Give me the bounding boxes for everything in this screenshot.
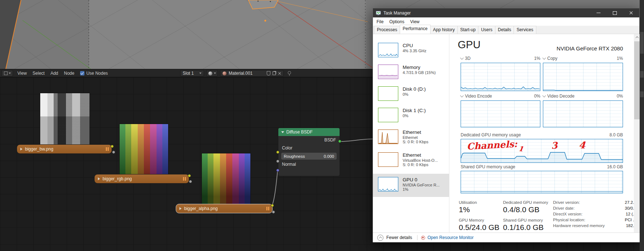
window-title: Task Manager <box>383 11 411 16</box>
menu-view[interactable]: View <box>407 19 423 24</box>
alpha-alpha-output-socket[interactable] <box>272 210 275 214</box>
tab-performance[interactable]: Performance <box>400 25 431 34</box>
use-nodes-checkbox[interactable] <box>80 71 84 75</box>
fewer-details-button[interactable]: Fewer details <box>386 235 412 240</box>
normal-input-row: Normal <box>278 160 340 168</box>
menu-view[interactable]: View <box>14 71 30 76</box>
node-label: bigger_bw.png <box>25 147 53 152</box>
scroll-up-button[interactable] <box>634 34 640 40</box>
duplicate-icon[interactable] <box>273 71 276 75</box>
tab-app-history[interactable]: App history <box>430 26 458 34</box>
shared-gpu-memory-value: 0.1/16.0 GB <box>503 223 544 231</box>
bsdf-output-socket[interactable] <box>338 140 341 143</box>
slot-label: Slot 1 <box>183 71 194 76</box>
use-nodes-label: Use Nodes <box>86 71 108 76</box>
panel-tab-block[interactable] <box>640 71 644 78</box>
tab-processes[interactable]: Processes <box>374 26 400 34</box>
rgb-color-output-socket[interactable] <box>188 174 191 177</box>
unlink-x-icon[interactable] <box>278 72 281 75</box>
node-bigger-bw[interactable]: bigger_bw.png <box>17 144 112 154</box>
pin-icon[interactable] <box>288 71 291 74</box>
dedicated-memory-max: 8.0 GB <box>587 132 623 137</box>
collapse-arrow-icon[interactable] <box>98 177 100 180</box>
bsdf-normal-input-socket[interactable] <box>276 169 279 172</box>
editor-type-dropdown[interactable] <box>1 70 13 77</box>
chart-label-video-encode[interactable]: Video Encode <box>461 94 492 99</box>
item-detail2: S: 0 R: 0 Kbps <box>403 140 428 144</box>
task-manager-app-icon <box>376 11 381 16</box>
fake-user-shield-icon[interactable] <box>267 71 270 75</box>
item-detail: 0% <box>403 114 426 118</box>
bw-color-output-socket[interactable] <box>111 145 114 148</box>
scrollbar-thumb[interactable] <box>634 41 640 119</box>
gpu-mini-chart <box>378 177 398 192</box>
menu-node[interactable]: Node <box>61 71 78 76</box>
collapse-arrow-icon[interactable] <box>20 148 22 151</box>
menu-options[interactable]: Options <box>386 19 407 24</box>
physical-location-row: Physical location:PCI ... <box>553 218 634 222</box>
menu-file[interactable]: File <box>374 19 386 24</box>
dedicated-gpu-memory-label: Dedicated GPU memory <box>503 200 548 205</box>
image-icon <box>106 147 109 151</box>
title-bar[interactable]: Task Manager <box>373 8 639 17</box>
collapse-arrow-icon[interactable] <box>179 207 182 210</box>
bsdf-output-label: BSDF <box>324 137 336 143</box>
minimize-button[interactable] <box>590 8 607 17</box>
maximize-button[interactable] <box>607 8 623 17</box>
sidebar-item-ethernet1[interactable]: Ethernet Ethernet S: 0 R: 0 Kbps <box>373 129 449 144</box>
menu-select[interactable]: Select <box>30 71 47 76</box>
roughness-slider[interactable]: Roughness 0.000 <box>281 153 337 160</box>
sidebar-item-gpu0[interactable]: GPU 0 NVIDIA GeForce R... 1% <box>373 177 449 192</box>
panel-tab-block[interactable] <box>640 91 644 97</box>
material-name-field[interactable]: Material.001 <box>220 70 284 77</box>
sidebar-item-disk0[interactable]: Disk 0 (D:) 0% <box>373 86 449 101</box>
chart-label-3d[interactable]: 3D <box>461 56 470 61</box>
material-slot-select[interactable]: Slot 1 <box>180 70 204 77</box>
ethernet1-mini-chart <box>378 129 398 144</box>
vertical-scrollbar[interactable] <box>634 34 640 233</box>
item-detail: Ethernet <box>403 135 428 140</box>
performance-panel: CPU 4% 3.35 GHz Memory 4.7/31.9 GB (15%)… <box>373 34 634 233</box>
bsdf-output-row: BSDF <box>278 136 340 144</box>
panel-tab-block[interactable] <box>640 32 644 54</box>
item-detail: VirtualBox Host-O... <box>403 158 438 163</box>
item-title: Memory <box>403 65 436 70</box>
chart-label-copy[interactable]: Copy <box>543 56 557 61</box>
chart-label-video-decode[interactable]: Video Decode <box>543 94 574 99</box>
browse-material-button[interactable] <box>206 70 218 77</box>
tab-users[interactable]: Users <box>478 26 495 34</box>
dedicated-memory-label: Dedicated GPU memory usage <box>461 132 521 137</box>
roughness-value: 0.000 <box>324 154 334 159</box>
mesh-object <box>248 0 278 9</box>
shared-gpu-memory-label: Shared GPU memory <box>503 218 543 222</box>
menu-add[interactable]: Add <box>47 71 61 76</box>
bsdf-color-input-socket[interactable] <box>276 151 279 154</box>
chevron-down-icon <box>214 73 216 74</box>
open-resource-monitor-link[interactable]: Open Resource Monitor <box>427 235 473 240</box>
gpu-memory-value: 0.5/24.0 GB <box>459 223 499 231</box>
bw-alpha-output-socket[interactable] <box>112 151 115 154</box>
sidebar-item-cpu[interactable]: CPU 4% 3.35 GHz <box>373 43 449 57</box>
alpha-color-output-socket[interactable] <box>271 204 274 207</box>
close-button[interactable] <box>623 8 639 17</box>
tab-details[interactable]: Details <box>495 26 514 34</box>
collapse-arrow-icon[interactable] <box>281 131 284 133</box>
object-origin-dot <box>265 20 266 22</box>
item-title: CPU <box>403 43 426 49</box>
diffuse-bsdf-header[interactable]: Diffuse BSDF <box>278 128 340 136</box>
sidebar-item-disk1[interactable]: Disk 1 (C:) 0% <box>373 108 449 122</box>
node-bigger-alpha[interactable]: bigger_alpha.png <box>176 204 273 213</box>
node-bigger-rgb[interactable]: bigger_rgb.png <box>94 174 189 184</box>
color-input-row: Color <box>278 144 340 152</box>
disk1-mini-chart <box>378 108 398 122</box>
screen: View Select Add Node Use Nodes Slot 1 Ma… <box>0 0 644 251</box>
bsdf-roughness-input-socket[interactable] <box>276 160 279 163</box>
tab-startup[interactable]: Start-up <box>457 26 479 34</box>
node-label: bigger_alpha.png <box>184 206 218 211</box>
sidebar-item-ethernet2[interactable]: Ethernet VirtualBox Host-O... S: 0 R: 0 … <box>373 152 449 167</box>
ethernet2-mini-chart <box>378 152 398 167</box>
tab-services[interactable]: Services <box>514 26 536 34</box>
node-diffuse-bsdf[interactable]: Diffuse BSDF BSDF Color Roughness 0.000 … <box>278 128 340 176</box>
rgb-alpha-output-socket[interactable] <box>189 180 192 183</box>
sidebar-item-memory[interactable]: Memory 4.7/31.9 GB (15%) <box>373 65 449 79</box>
